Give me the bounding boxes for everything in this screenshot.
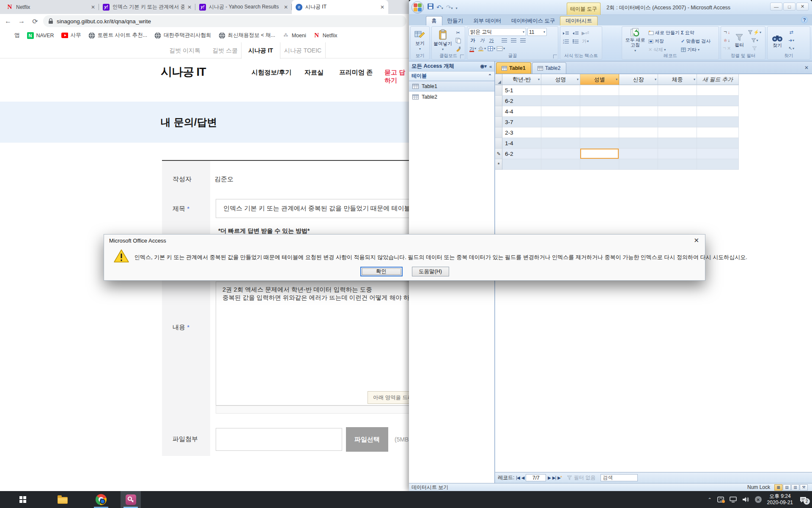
site-tab-school[interactable]: 길벗 스쿨 [212, 42, 238, 58]
menu-premium[interactable]: 프리미엄 존 [339, 69, 373, 77]
grid-cell[interactable] [619, 106, 658, 117]
bookmark-jobs[interactable]: 최신채용정보 < 채... [219, 32, 275, 39]
bookmark-moeni[interactable]: ⁂ Moeni [283, 32, 306, 39]
site-logo[interactable]: 시나공 IT [161, 64, 206, 80]
grid-cell[interactable] [619, 159, 658, 170]
content-textarea[interactable]: 2권 2회 엑세스 문제에서 학년-반 데이터 입력하는 도중 중복된 값을 입… [216, 282, 409, 406]
file-select-button[interactable]: 파일선택 [346, 427, 388, 452]
menu-exam-info[interactable]: 시험정보/후기 [252, 69, 291, 77]
title-input[interactable]: 인덱스 기본 키 또는 관계에서 중복된 값을 만들었기 때문에 테이블에 요청… [216, 199, 409, 218]
find-button[interactable]: 찾기 [769, 28, 786, 53]
row-selector[interactable] [495, 117, 502, 127]
save-record-button[interactable]: 저장 [648, 37, 680, 45]
nav-item-table1[interactable]: Table1 [409, 81, 494, 91]
bold-button[interactable]: 가 [469, 37, 477, 44]
grid-cell[interactable]: 6-2 [502, 149, 541, 159]
forward-icon[interactable]: → [16, 16, 27, 27]
column-header-height[interactable]: 신장▾ [619, 74, 658, 85]
font-name-combo[interactable]: 맑은 고딕▾ [469, 28, 526, 36]
grid-cell[interactable] [619, 127, 658, 138]
grid-cell[interactable] [619, 85, 658, 96]
grid-cell[interactable] [658, 138, 697, 149]
grid-cell[interactable] [658, 85, 697, 96]
grid-cell[interactable] [658, 149, 697, 159]
undo-ic on[interactable]: ↶▾ [436, 4, 443, 10]
highlight-icon[interactable]: 가▾ [581, 38, 590, 45]
grid-cell[interactable] [697, 138, 739, 149]
close-tab-icon[interactable]: ✕ [380, 4, 384, 10]
site-tab-toeic[interactable]: 시나공 TOEIC [280, 42, 326, 58]
toggle-filter-icon[interactable] [748, 45, 761, 52]
grid-cell[interactable] [580, 159, 619, 170]
replace-icon[interactable]: ⇄ [787, 29, 796, 36]
grid-cell[interactable] [658, 117, 697, 127]
clock[interactable]: 오후 9:24 2020-09-21 [767, 493, 793, 506]
notification-center-icon[interactable]: 2 [799, 496, 807, 503]
help-icon[interactable]: ? [801, 17, 808, 23]
grid-cell[interactable]: 4-4 [502, 106, 541, 117]
disconnect-icon[interactable]: ✕ [755, 496, 762, 503]
grid-cell[interactable]: 5-1 [502, 85, 541, 96]
ok-button[interactable]: 확인 [360, 267, 403, 276]
paste-button[interactable]: 붙여넣기▾ [433, 28, 453, 53]
hidden-icons-chevron[interactable]: ⌃ [708, 497, 711, 502]
start-button[interactable] [13, 491, 33, 508]
text-direction-icon[interactable]: ▶⏎ [581, 30, 590, 37]
resize-strip[interactable] [216, 406, 409, 414]
delete-record-button[interactable]: ✕삭제▾ [648, 46, 680, 53]
refresh-icon[interactable]: ⟳ [30, 16, 41, 27]
more-button[interactable]: 기타▾ [681, 46, 710, 53]
grid-cell[interactable] [580, 85, 619, 96]
selection-filter-icon[interactable]: ⚡▾ [748, 29, 761, 36]
clear-sort-icon[interactable]: ㄱ✕ [722, 45, 731, 52]
grid-cell[interactable] [502, 159, 541, 170]
grid-cell[interactable] [580, 127, 619, 138]
filter-status[interactable]: 필터 없음 [567, 474, 595, 481]
bookmark-apps[interactable]: 앱 [5, 32, 20, 39]
grid-cell[interactable] [541, 85, 580, 96]
grid-cell[interactable] [619, 117, 658, 127]
grid-cell[interactable] [580, 138, 619, 149]
ribbon-tab-db-tools[interactable]: 데이터베이스 도구 [506, 16, 560, 25]
grid-cell[interactable] [658, 106, 697, 117]
bookmark-naver[interactable]: N NAVER [27, 32, 54, 39]
format-painter-icon[interactable] [454, 45, 462, 52]
grid-cell[interactable]: 6-2 [502, 96, 541, 106]
advanced-filter-icon[interactable]: ▾ [748, 37, 761, 44]
grid-cell[interactable] [541, 106, 580, 117]
goto-icon[interactable]: ➜▾ [787, 37, 796, 44]
bullet-list-icon[interactable] [571, 38, 580, 45]
update-tray-icon[interactable] [717, 497, 724, 502]
site-tab-eztok[interactable]: 길벗 이지톡 [169, 42, 200, 58]
nav-pane-header[interactable]: 모든 Access 개체 ◉▾ « [409, 61, 494, 72]
font-launcher-icon[interactable] [553, 55, 557, 58]
ribbon-tab-datasheet[interactable]: 데이터시트 [560, 16, 598, 25]
back-icon[interactable]: ← [3, 16, 14, 27]
dialog-close-icon[interactable]: ✕ [694, 237, 699, 244]
grid-cell[interactable] [541, 159, 580, 170]
close-button[interactable]: ✕ [796, 3, 809, 11]
cut-icon[interactable]: ✂ [454, 29, 462, 36]
row-selector[interactable] [495, 138, 502, 149]
grid-cell[interactable] [580, 117, 619, 127]
new-record-button[interactable]: 새로 만들기 [648, 29, 680, 36]
address-bar[interactable]: sinagong.gilbut.co.kr/it/qna/qna_write [43, 15, 406, 27]
file-path-input[interactable] [216, 428, 342, 451]
grid-cell[interactable] [658, 159, 697, 170]
row-selector[interactable] [495, 96, 502, 106]
nav-section-tables[interactable]: 테이블 ⌃ [409, 72, 494, 81]
new-record-icon[interactable]: ▶* [557, 475, 562, 480]
redo-icon[interactable]: ↷▾ [446, 4, 453, 10]
bookmark-association[interactable]: 대한주택관리사협회 [154, 32, 211, 39]
grid-cell[interactable] [541, 138, 580, 149]
numbered-list-icon[interactable]: 12 [562, 38, 570, 45]
grid-cell[interactable] [697, 159, 739, 170]
network-icon[interactable] [730, 497, 737, 502]
menu-resources[interactable]: 자료실 [304, 69, 324, 77]
view-button[interactable]: 보기▾ [412, 28, 428, 53]
last-record-icon[interactable]: ▶| [552, 475, 556, 480]
row-selector[interactable] [495, 85, 502, 96]
copy-icon[interactable] [454, 37, 462, 44]
close-tab-icon[interactable]: ✕ [187, 4, 192, 10]
grid-cell[interactable] [580, 149, 619, 159]
